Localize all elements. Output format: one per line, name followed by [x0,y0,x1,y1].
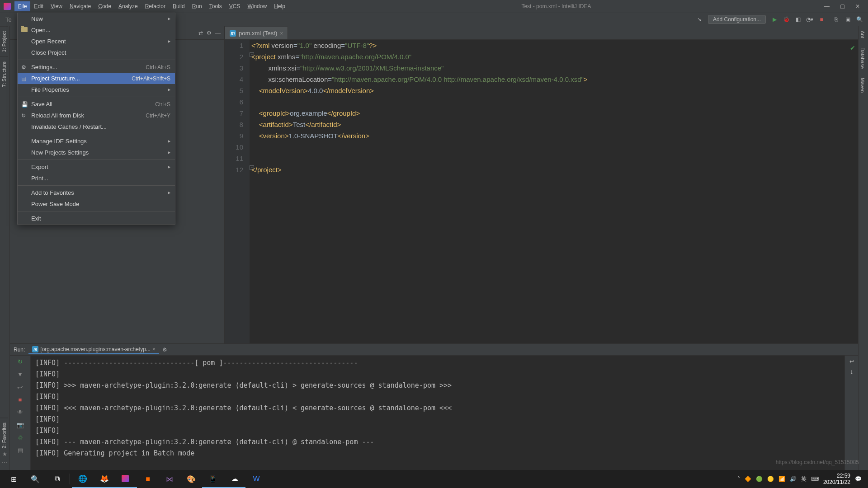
rerun-icon[interactable]: ↻ [16,358,24,366]
ime-icon[interactable]: 英 [801,475,807,483]
run-gc-icon[interactable]: ♲ [16,434,24,442]
menu-item-new[interactable]: New [18,13,175,24]
menu-item-manage-ide-settings[interactable]: Manage IDE Settings [18,136,175,147]
structure-tool-tab[interactable]: 7: Structure [0,56,8,92]
intellij-icon[interactable] [115,470,137,488]
run-camera-icon[interactable]: 📷 [16,422,24,430]
menu-item-export[interactable]: Export [18,161,175,173]
coverage-icon[interactable]: ◧ [793,14,803,24]
search-icon[interactable]: 🔍 [854,14,864,24]
debug-icon[interactable]: 🐞 [781,14,791,24]
ant-tool-tab[interactable]: Ant [859,26,867,43]
run-filter-icon[interactable]: ▼ [16,371,24,379]
taskbar-clock[interactable]: 22:592020/11/22 [823,473,850,485]
menu-item-new-projects-settings[interactable]: New Projects Settings [18,147,175,158]
tab-label: pom.xml (Test) [239,30,277,37]
start-button[interactable]: ⊞ [3,470,24,488]
menu-item-save-all[interactable]: 💾Save AllCtrl+S [18,99,175,110]
more-icon[interactable]: ⋯ [0,459,9,468]
search-button[interactable]: 🔍 [24,470,46,488]
run-settings-icon[interactable]: ⚙ [160,345,170,355]
keyboard-icon[interactable]: ⌨ [811,476,819,482]
favorites-tool-tab[interactable]: 2: Favorites [0,418,8,453]
vs-icon[interactable]: ⋈ [159,470,180,488]
tray-icon[interactable]: 🟢 [756,476,763,482]
menu-analyze[interactable]: Analyze [115,1,142,11]
menu-item-print-[interactable]: Print... [18,173,175,184]
stop-icon[interactable]: ■ [816,14,826,24]
menu-item-close-project[interactable]: Close Project [18,47,175,58]
app-icon[interactable]: ■ [137,470,159,488]
maximize-button[interactable]: ▢ [839,3,845,9]
menu-run[interactable]: Run [189,1,206,11]
menu-view[interactable]: View [47,1,66,11]
run-icon[interactable]: ▶ [769,14,779,24]
wifi-icon[interactable]: 📶 [778,476,785,482]
console-output[interactable]: [INFO] --------------------------------[… [31,356,844,471]
menu-vcs[interactable]: VCS [226,1,244,11]
menu-file[interactable]: File [14,1,30,11]
menu-window[interactable]: Window [244,1,270,11]
soft-wrap-icon[interactable]: ↩ [849,358,854,365]
menu-item-add-to-favorites[interactable]: Add to Favorites [18,187,175,198]
menu-item-file-properties[interactable]: File Properties [18,84,175,95]
menu-edit[interactable]: Edit [30,1,47,11]
menu-item-project-structure-[interactable]: ▤Project Structure...Ctrl+Alt+Shift+S [18,73,175,84]
collapse-icon[interactable]: ⇄ [198,30,203,36]
run-view-icon[interactable]: 👁 [16,409,24,417]
menu-help[interactable]: Help [270,1,289,11]
cloud-icon[interactable]: ☁ [224,470,245,488]
console-side-toolbar: ↩ ⤓ [844,356,858,471]
window-title: Test - pom.xml - IntelliJ IDEA [289,3,824,9]
menu-refactor[interactable]: Refactor [142,1,169,11]
code-content[interactable]: <?xml version="1.0" encoding="UTF-8"?><p… [250,40,858,343]
wps-icon[interactable]: W [245,470,267,488]
notifications-icon[interactable]: 💬 [855,476,862,482]
run-hide-icon[interactable]: — [172,345,182,355]
minimize-button[interactable]: — [824,3,830,9]
tray-icon[interactable]: 🔶 [745,476,751,482]
profile-icon[interactable]: ◔▾ [805,14,815,24]
task-view-button[interactable]: ⧉ [46,470,68,488]
menu-item-open-recent[interactable]: Open Recent [18,36,175,47]
vcs-icon[interactable]: ⎘ [831,14,841,24]
database-tool-tab[interactable]: Database [859,43,867,73]
chevron-up-icon[interactable]: ˄ [737,476,740,482]
volume-icon[interactable]: 🔊 [790,476,797,482]
code-editor[interactable]: ✔ 123456789101112 − − <?xml version="1.0… [225,40,858,343]
tab-close-icon[interactable]: × [280,30,283,37]
run-layout-icon[interactable]: ▤ [16,447,24,455]
settings-icon[interactable]: ⚙ [207,30,212,36]
menu-bar: FileEditViewNavigateCodeAnalyzeRefactorB… [14,0,289,13]
phone-icon[interactable]: 📱 [202,470,224,488]
run-return-icon[interactable]: ⮐ [16,384,24,392]
menu-navigate[interactable]: Navigate [66,1,94,11]
maven-tool-tab[interactable]: Maven [859,73,867,97]
add-configuration-button[interactable]: Add Configuration... [708,15,766,24]
menu-tools[interactable]: Tools [206,1,226,11]
menu-item-reload-all-from-disk[interactable]: ↻Reload All from DiskCtrl+Alt+Y [18,110,175,121]
run-tab[interactable]: m [org.apache.maven.plugins:maven-archet… [28,345,159,354]
menu-item-power-save-mode[interactable]: Power Save Mode [18,198,175,210]
menu-item-settings-[interactable]: ⚙Settings...Ctrl+Alt+S [18,61,175,73]
app2-icon[interactable]: 🎨 [180,470,202,488]
build-icon[interactable]: ↘ [694,14,704,24]
tray-icon[interactable]: 🟡 [767,476,774,482]
menu-item-open-[interactable]: Open... [18,24,175,36]
system-tray[interactable]: ˄ 🔶 🟢 🟡 📶 🔊 英 ⌨ 22:592020/11/22 💬 [737,473,865,485]
menu-code[interactable]: Code [94,1,115,11]
run-tab-close-icon[interactable]: × [152,346,156,352]
run-stop-icon[interactable]: ■ [16,396,24,404]
split-icon[interactable]: ▣ [843,14,853,24]
run-body: ↻ ▼ ⮐ ■ 👁 📷 ♲ ▤ [INFO] -----------------… [10,356,858,471]
edge-icon[interactable]: 🌐 [72,470,94,488]
menu-build[interactable]: Build [169,1,189,11]
project-tool-tab[interactable]: 1: Project [0,26,8,56]
firefox-icon[interactable]: 🦊 [94,470,115,488]
scroll-end-icon[interactable]: ⤓ [849,369,854,375]
editor-tab-pom[interactable]: m pom.xml (Test) × [225,27,288,39]
menu-item-invalidate-caches-restart-[interactable]: Invalidate Caches / Restart... [18,121,175,132]
hide-icon[interactable]: — [215,30,221,36]
close-button[interactable]: ✕ [854,3,861,9]
menu-item-exit[interactable]: Exit [18,213,175,224]
